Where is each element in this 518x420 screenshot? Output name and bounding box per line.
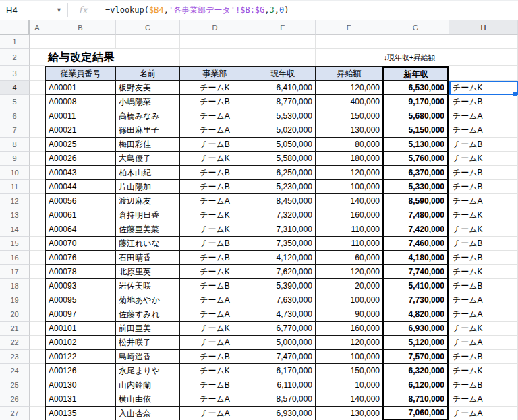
cell-raise[interactable]: 120,000 <box>316 336 382 350</box>
cell-current-salary[interactable]: 6,930,000 <box>250 407 316 420</box>
cell-raise[interactable]: 80,000 <box>316 138 382 152</box>
fill-handle[interactable] <box>513 92 517 96</box>
cell-h-lookup[interactable]: チームK <box>449 208 518 222</box>
cell-new-salary[interactable]: 7,420,000 <box>382 222 449 237</box>
cell-A1[interactable] <box>30 35 45 49</box>
cell-raise[interactable]: 60,000 <box>316 251 382 265</box>
row-header-15[interactable]: 15 <box>0 237 30 251</box>
cell-raise[interactable]: 20,000 <box>316 279 382 293</box>
cell-A13[interactable] <box>30 208 45 222</box>
cell-current-salary[interactable]: 7,320,000 <box>250 208 316 222</box>
cell-name[interactable]: 石田晴香 <box>116 251 180 265</box>
cell-h-lookup[interactable]: チームA <box>449 109 518 123</box>
cell-new-salary[interactable]: 5,680,000 <box>382 109 449 123</box>
cell-new-salary[interactable]: 7,740,000 <box>382 265 449 279</box>
column-header-E[interactable]: E <box>250 20 316 35</box>
cell-dept[interactable]: チームA <box>180 336 250 350</box>
row-header-10[interactable]: 10 <box>0 166 30 180</box>
cell-dept[interactable]: チームB <box>180 279 250 293</box>
cell-A10[interactable] <box>30 166 45 180</box>
cell-raise[interactable]: 100,000 <box>316 350 382 364</box>
cell-name[interactable]: 岩佐美咲 <box>116 279 180 293</box>
cell-name[interactable]: 藤江れいな <box>116 237 180 251</box>
row-header-7[interactable]: 7 <box>0 123 30 138</box>
row-header-23[interactable]: 23 <box>0 350 30 364</box>
cell-new-salary[interactable]: 6,320,000 <box>382 364 449 378</box>
cell-employee-id[interactable]: A00026 <box>45 152 116 166</box>
cell-h-lookup[interactable]: チームA <box>449 392 518 407</box>
column-header-A[interactable]: A <box>30 20 45 35</box>
cell-name[interactable]: 松井咲子 <box>116 336 180 350</box>
cell-h-lookup[interactable]: チームA <box>449 293 518 307</box>
cell-raise[interactable]: 10,000 <box>316 378 382 392</box>
cell-raise[interactable]: 110,000 <box>316 237 382 251</box>
row-header-1[interactable]: 1 <box>0 35 30 49</box>
cell-employee-id[interactable]: A00130 <box>45 378 116 392</box>
cell-A15[interactable] <box>30 237 45 251</box>
cell-E1[interactable] <box>250 35 316 49</box>
column-header-H[interactable]: H <box>449 20 518 35</box>
cell-name[interactable]: 入山杏奈 <box>116 407 180 420</box>
cell-dept[interactable]: チームB <box>180 95 250 109</box>
row-header-12[interactable]: 12 <box>0 194 30 208</box>
cell-h-lookup[interactable]: チームK <box>449 265 518 279</box>
row-header-20[interactable]: 20 <box>0 307 30 322</box>
cell-dept[interactable]: チームK <box>180 322 250 336</box>
cell-current-salary[interactable]: 5,000,000 <box>250 336 316 350</box>
cell-name[interactable]: 高橋みなみ <box>116 109 180 123</box>
select-all-corner[interactable] <box>0 20 30 35</box>
cell-dept[interactable]: チームK <box>180 152 250 166</box>
cell-A20[interactable] <box>30 307 45 322</box>
cell-h-lookup[interactable]: チームB <box>449 180 518 194</box>
cell-new-salary[interactable]: 9,170,000 <box>382 95 449 109</box>
cell-A27[interactable] <box>30 407 45 420</box>
cell-raise[interactable]: 130,000 <box>316 123 382 138</box>
cell-E2[interactable] <box>250 49 316 66</box>
table-header-5[interactable]: 昇給額 <box>316 66 382 81</box>
row-header-11[interactable]: 11 <box>0 180 30 194</box>
cell-current-salary[interactable]: 5,530,000 <box>250 109 316 123</box>
row-header-26[interactable]: 26 <box>0 392 30 407</box>
cell-raise[interactable]: 140,000 <box>316 392 382 407</box>
cell-dept[interactable]: チームA <box>180 123 250 138</box>
sheet-title-cell[interactable]: 給与改定結果 <box>45 49 180 66</box>
cell-raise[interactable]: 400,000 <box>316 95 382 109</box>
cell-D2[interactable] <box>180 49 250 66</box>
cell-h-lookup[interactable]: チームB <box>449 251 518 265</box>
cell-current-salary[interactable]: 5,580,000 <box>250 152 316 166</box>
column-header-D[interactable]: D <box>180 20 250 35</box>
cell-raise[interactable]: 120,000 <box>316 81 382 95</box>
cell-new-salary[interactable]: 7,480,000 <box>382 208 449 222</box>
cell-employee-id[interactable]: A00008 <box>45 95 116 109</box>
cell-current-salary[interactable]: 8,570,000 <box>250 392 316 407</box>
cell-dept[interactable]: チームA <box>180 392 250 407</box>
cell-A11[interactable] <box>30 180 45 194</box>
cell-new-salary[interactable]: 7,730,000 <box>382 293 449 307</box>
cell-A8[interactable] <box>30 138 45 152</box>
cell-A22[interactable] <box>30 336 45 350</box>
cell-employee-id[interactable]: A00061 <box>45 208 116 222</box>
cell-current-salary[interactable]: 8,450,000 <box>250 194 316 208</box>
cell-new-salary[interactable]: 6,530,000 <box>382 81 449 95</box>
column-header-C[interactable]: C <box>116 20 180 35</box>
cell-employee-id[interactable]: A00043 <box>45 166 116 180</box>
cell-name[interactable]: 篠田麻里子 <box>116 123 180 138</box>
cell-A12[interactable] <box>30 194 45 208</box>
cell-current-salary[interactable]: 7,630,000 <box>250 293 316 307</box>
cell-F1[interactable] <box>316 35 382 49</box>
cell-name[interactable]: 大島優子 <box>116 152 180 166</box>
cell-employee-id[interactable]: A00021 <box>45 123 116 138</box>
cell-h-lookup[interactable]: チームB <box>449 378 518 392</box>
cell-A25[interactable] <box>30 378 45 392</box>
row-header-14[interactable]: 14 <box>0 222 30 237</box>
row-header-24[interactable]: 24 <box>0 364 30 378</box>
table-header-2[interactable]: 名前 <box>116 66 180 81</box>
cell-employee-id[interactable]: A00070 <box>45 237 116 251</box>
cell-employee-id[interactable]: A00025 <box>45 138 116 152</box>
row-header-21[interactable]: 21 <box>0 322 30 336</box>
cell-raise[interactable]: 150,000 <box>316 109 382 123</box>
cell-h-lookup[interactable]: チームA <box>449 336 518 350</box>
cell-name[interactable]: 島崎遥香 <box>116 350 180 364</box>
cell-F2[interactable] <box>316 49 382 66</box>
cell-employee-id[interactable]: A00001 <box>45 81 116 95</box>
